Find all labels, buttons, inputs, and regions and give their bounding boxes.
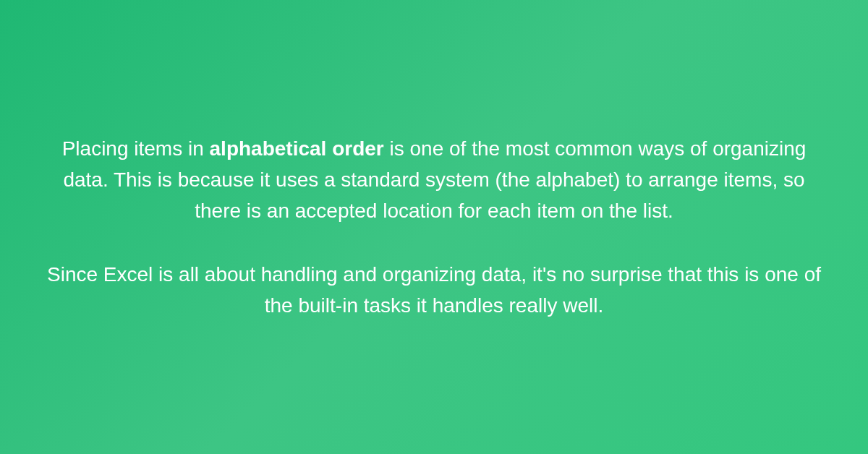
p1-text-before: Placing items in bbox=[62, 137, 210, 160]
paragraph-2: Since Excel is all about handling and or… bbox=[43, 259, 825, 322]
p1-bold-phrase: alphabetical order bbox=[210, 137, 384, 160]
paragraph-1: Placing items in alphabetical order is o… bbox=[43, 133, 825, 227]
